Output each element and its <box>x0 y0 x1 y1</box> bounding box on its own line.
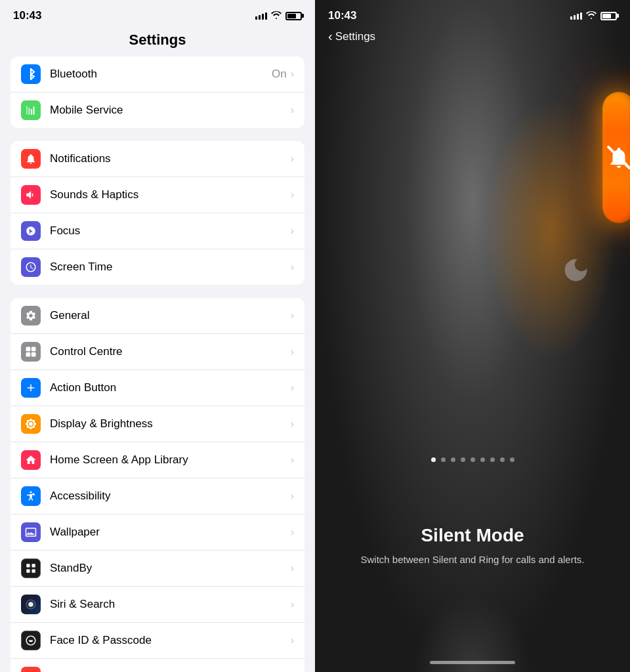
signal-icon-right <box>570 12 582 20</box>
settings-item-general[interactable]: General › <box>10 298 304 334</box>
sounds-chevron: › <box>291 189 294 201</box>
bell-slash-icon <box>606 145 630 170</box>
back-label: Settings <box>335 30 375 43</box>
status-bar-left: 10:43 <box>0 0 315 26</box>
general-icon <box>21 306 41 326</box>
sounds-icon <box>21 185 41 205</box>
controlcentre-label: Control Centre <box>50 345 291 358</box>
svg-rect-6 <box>26 352 31 357</box>
homescreen-icon <box>21 450 41 470</box>
action-button-panel: 10:43 ‹ Settings <box>315 0 630 672</box>
dot-1 <box>431 457 436 462</box>
settings-item-mobile[interactable]: Mobile Service › <box>10 93 304 128</box>
sos-icon: SOS <box>21 667 41 672</box>
svg-rect-0 <box>26 106 28 115</box>
accessibility-icon <box>21 486 41 506</box>
settings-item-siri[interactable]: Siri & Search › <box>10 587 304 623</box>
screentime-label: Screen Time <box>50 261 291 274</box>
settings-item-focus[interactable]: Focus › <box>10 213 304 249</box>
back-chevron-icon: ‹ <box>328 29 333 44</box>
settings-item-sounds[interactable]: Sounds & Haptics › <box>10 177 304 213</box>
time-left: 10:43 <box>13 9 41 22</box>
focus-chevron: › <box>291 225 294 237</box>
dot-4 <box>461 457 465 462</box>
wifi-icon-left <box>271 11 282 21</box>
dot-5 <box>471 457 475 462</box>
status-icons-right <box>570 10 617 22</box>
action-label: Action Button <box>50 381 291 394</box>
standby-icon <box>21 558 41 578</box>
dot-9 <box>510 457 514 462</box>
settings-item-action[interactable]: Action Button › <box>10 370 304 406</box>
action-chevron: › <box>291 382 294 394</box>
settings-panel: 10:43 Settings Bluetooth On › <box>0 0 315 672</box>
battery-icon-right <box>600 12 617 20</box>
focus-label: Focus <box>50 224 291 238</box>
svg-rect-3 <box>33 106 35 115</box>
standby-label: StandBy <box>50 562 291 575</box>
svg-rect-2 <box>31 109 32 115</box>
screentime-chevron: › <box>291 261 294 273</box>
mobile-icon <box>21 100 41 120</box>
screentime-icon <box>21 257 41 277</box>
svg-rect-4 <box>26 347 31 352</box>
dot-8 <box>500 457 505 462</box>
notifications-chevron: › <box>291 153 294 165</box>
wallpaper-chevron: › <box>291 526 294 538</box>
settings-item-accessibility[interactable]: Accessibility › <box>10 478 304 514</box>
settings-item-bluetooth[interactable]: Bluetooth On › <box>10 56 304 93</box>
silent-mode-description: Switch between Silent and Ring for calls… <box>335 553 610 568</box>
page-dots <box>315 457 630 462</box>
svg-rect-7 <box>32 352 36 357</box>
homescreen-chevron: › <box>291 454 294 466</box>
svg-rect-11 <box>26 570 30 573</box>
page-title-left: Settings <box>0 26 315 56</box>
general-label: General <box>50 309 291 322</box>
svg-rect-9 <box>26 564 30 567</box>
standby-chevron: › <box>291 562 294 574</box>
silent-mode-title: Silent Mode <box>335 525 610 546</box>
settings-item-screentime[interactable]: Screen Time › <box>10 249 304 285</box>
back-navigation[interactable]: ‹ Settings <box>315 26 630 51</box>
notifications-label: Notifications <box>50 152 291 165</box>
controlcentre-chevron: › <box>291 346 294 358</box>
siri-chevron: › <box>291 598 294 610</box>
settings-group-1: Bluetooth On › Mobile Service › <box>10 56 304 128</box>
general-chevron: › <box>291 310 294 322</box>
homescreen-label: Home Screen & App Library <box>50 453 291 467</box>
faceid-label: Face ID & Passcode <box>50 634 291 647</box>
focus-icon <box>21 221 41 241</box>
mobile-label: Mobile Service <box>50 104 291 117</box>
svg-rect-12 <box>32 570 35 573</box>
settings-item-faceid[interactable]: Face ID & Passcode › <box>10 623 304 659</box>
settings-item-notifications[interactable]: Notifications › <box>10 141 304 177</box>
settings-item-standby[interactable]: StandBy › <box>10 551 304 587</box>
faceid-chevron: › <box>291 635 294 646</box>
display-chevron: › <box>291 418 294 430</box>
display-icon <box>21 414 41 434</box>
time-right: 10:43 <box>328 9 356 22</box>
sounds-label: Sounds & Haptics <box>50 188 291 201</box>
thumb-shadow <box>413 593 532 672</box>
bluetooth-icon <box>21 64 41 84</box>
siri-label: Siri & Search <box>50 598 291 611</box>
display-label: Display & Brightness <box>50 417 291 430</box>
bluetooth-chevron: › <box>291 68 294 80</box>
bluetooth-value: On <box>272 68 287 81</box>
signal-icon-left <box>255 12 267 20</box>
accessibility-chevron: › <box>291 490 294 502</box>
dot-2 <box>441 457 446 462</box>
action-button-pill <box>602 92 630 223</box>
settings-item-sos[interactable]: SOS Emergency SOS › <box>10 659 304 672</box>
moon-crescent-icon <box>561 255 591 285</box>
status-icons-left <box>255 11 302 21</box>
settings-item-wallpaper[interactable]: Wallpaper › <box>10 514 304 551</box>
dot-6 <box>480 457 485 462</box>
settings-item-controlcentre[interactable]: Control Centre › <box>10 334 304 370</box>
settings-list: Bluetooth On › Mobile Service › <box>0 56 315 672</box>
notifications-icon <box>21 149 41 169</box>
wifi-icon-right <box>586 10 597 22</box>
home-indicator[interactable] <box>430 661 515 664</box>
settings-item-display[interactable]: Display & Brightness › <box>10 406 304 442</box>
settings-item-homescreen[interactable]: Home Screen & App Library › <box>10 442 304 478</box>
